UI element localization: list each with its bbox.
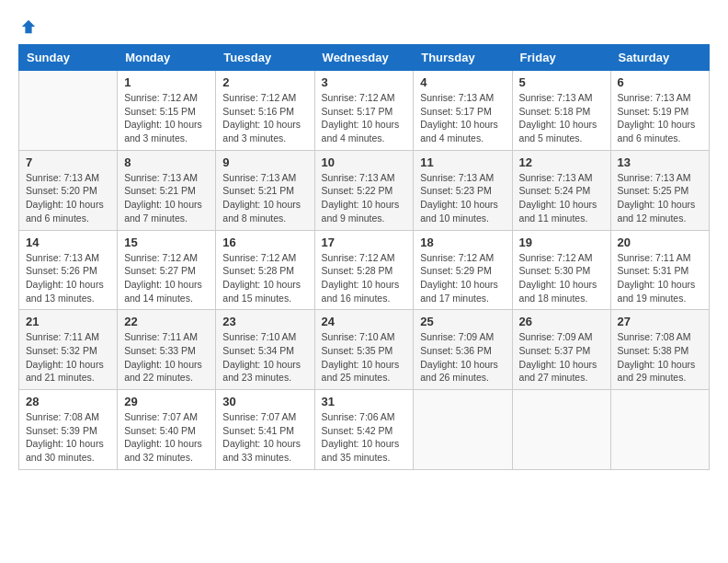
day-number: 14 <box>26 236 110 249</box>
calendar-cell <box>19 71 118 151</box>
day-number: 25 <box>420 315 505 328</box>
day-info: Sunrise: 7:12 AM Sunset: 5:16 PM Dayligh… <box>222 91 307 145</box>
day-number: 26 <box>519 315 604 328</box>
calendar-cell: 1Sunrise: 7:12 AM Sunset: 5:15 PM Daylig… <box>118 71 216 151</box>
day-number: 20 <box>618 236 702 249</box>
calendar-cell <box>512 390 610 470</box>
day-number: 17 <box>322 236 407 249</box>
day-number: 21 <box>26 315 110 328</box>
calendar-cell: 6Sunrise: 7:13 AM Sunset: 5:19 PM Daylig… <box>610 71 709 151</box>
day-info: Sunrise: 7:12 AM Sunset: 5:17 PM Dayligh… <box>322 91 407 145</box>
calendar-cell: 8Sunrise: 7:13 AM Sunset: 5:21 PM Daylig… <box>118 150 216 230</box>
day-info: Sunrise: 7:13 AM Sunset: 5:21 PM Dayligh… <box>124 171 209 225</box>
day-info: Sunrise: 7:13 AM Sunset: 5:24 PM Dayligh… <box>519 171 604 225</box>
calendar-cell: 28Sunrise: 7:08 AM Sunset: 5:39 PM Dayli… <box>19 390 118 470</box>
calendar-week-row: 7Sunrise: 7:13 AM Sunset: 5:20 PM Daylig… <box>19 150 710 230</box>
day-info: Sunrise: 7:09 AM Sunset: 5:37 PM Dayligh… <box>519 330 604 385</box>
calendar-cell: 5Sunrise: 7:13 AM Sunset: 5:18 PM Daylig… <box>512 71 610 151</box>
day-info: Sunrise: 7:13 AM Sunset: 5:18 PM Dayligh… <box>519 91 604 145</box>
calendar-cell: 15Sunrise: 7:12 AM Sunset: 5:27 PM Dayli… <box>118 230 216 310</box>
day-info: Sunrise: 7:10 AM Sunset: 5:35 PM Dayligh… <box>322 330 407 385</box>
day-info: Sunrise: 7:07 AM Sunset: 5:41 PM Dayligh… <box>222 410 307 465</box>
day-info: Sunrise: 7:13 AM Sunset: 5:17 PM Dayligh… <box>420 91 505 145</box>
day-info: Sunrise: 7:13 AM Sunset: 5:22 PM Dayligh… <box>322 171 407 225</box>
day-number: 9 <box>222 155 307 169</box>
day-info: Sunrise: 7:06 AM Sunset: 5:42 PM Dayligh… <box>322 410 407 465</box>
calendar-week-row: 1Sunrise: 7:12 AM Sunset: 5:15 PM Daylig… <box>19 71 710 151</box>
day-number: 18 <box>420 236 505 249</box>
day-number: 3 <box>322 75 407 89</box>
calendar-cell: 27Sunrise: 7:08 AM Sunset: 5:38 PM Dayli… <box>610 310 709 390</box>
calendar-cell: 2Sunrise: 7:12 AM Sunset: 5:16 PM Daylig… <box>216 71 314 151</box>
day-info: Sunrise: 7:13 AM Sunset: 5:20 PM Dayligh… <box>26 171 110 225</box>
day-info: Sunrise: 7:13 AM Sunset: 5:23 PM Dayligh… <box>420 171 505 225</box>
day-info: Sunrise: 7:11 AM Sunset: 5:33 PM Dayligh… <box>124 330 209 385</box>
day-number: 29 <box>124 395 209 408</box>
logo-icon <box>20 18 37 35</box>
day-number: 12 <box>519 155 604 169</box>
calendar-cell: 16Sunrise: 7:12 AM Sunset: 5:28 PM Dayli… <box>216 230 314 310</box>
day-number: 15 <box>124 236 209 249</box>
day-number: 28 <box>26 395 110 408</box>
header-tuesday: Tuesday <box>216 45 314 71</box>
day-info: Sunrise: 7:09 AM Sunset: 5:36 PM Dayligh… <box>420 330 505 385</box>
calendar-cell: 19Sunrise: 7:12 AM Sunset: 5:30 PM Dayli… <box>512 230 610 310</box>
calendar-cell: 10Sunrise: 7:13 AM Sunset: 5:22 PM Dayli… <box>314 150 414 230</box>
day-info: Sunrise: 7:12 AM Sunset: 5:15 PM Dayligh… <box>124 91 209 145</box>
header-monday: Monday <box>118 45 216 71</box>
day-info: Sunrise: 7:07 AM Sunset: 5:40 PM Dayligh… <box>124 410 209 465</box>
calendar-cell: 7Sunrise: 7:13 AM Sunset: 5:20 PM Daylig… <box>19 150 118 230</box>
calendar-cell: 17Sunrise: 7:12 AM Sunset: 5:28 PM Dayli… <box>314 230 414 310</box>
calendar-cell: 30Sunrise: 7:07 AM Sunset: 5:41 PM Dayli… <box>216 390 314 470</box>
calendar-week-row: 14Sunrise: 7:13 AM Sunset: 5:26 PM Dayli… <box>19 230 710 310</box>
day-number: 8 <box>124 155 209 169</box>
calendar-cell: 18Sunrise: 7:12 AM Sunset: 5:29 PM Dayli… <box>414 230 512 310</box>
day-info: Sunrise: 7:13 AM Sunset: 5:21 PM Dayligh… <box>222 171 307 225</box>
calendar-cell: 25Sunrise: 7:09 AM Sunset: 5:36 PM Dayli… <box>414 310 512 390</box>
calendar-header-row: SundayMondayTuesdayWednesdayThursdayFrid… <box>19 45 710 71</box>
day-number: 27 <box>618 315 702 328</box>
calendar-cell <box>414 390 512 470</box>
day-number: 7 <box>26 155 110 169</box>
day-number: 6 <box>618 75 702 89</box>
calendar-cell: 12Sunrise: 7:13 AM Sunset: 5:24 PM Dayli… <box>512 150 610 230</box>
header-wednesday: Wednesday <box>314 45 414 71</box>
calendar-cell <box>610 390 709 470</box>
day-info: Sunrise: 7:13 AM Sunset: 5:19 PM Dayligh… <box>618 91 702 145</box>
header-friday: Friday <box>512 45 610 71</box>
calendar-cell: 14Sunrise: 7:13 AM Sunset: 5:26 PM Dayli… <box>19 230 118 310</box>
header-sunday: Sunday <box>19 45 118 71</box>
calendar-cell: 23Sunrise: 7:10 AM Sunset: 5:34 PM Dayli… <box>216 310 314 390</box>
day-info: Sunrise: 7:11 AM Sunset: 5:31 PM Dayligh… <box>618 251 702 305</box>
day-number: 31 <box>322 395 407 408</box>
day-info: Sunrise: 7:12 AM Sunset: 5:28 PM Dayligh… <box>222 251 307 305</box>
day-number: 16 <box>222 236 307 249</box>
calendar-cell: 4Sunrise: 7:13 AM Sunset: 5:17 PM Daylig… <box>414 71 512 151</box>
day-number: 11 <box>420 155 505 169</box>
calendar-cell: 29Sunrise: 7:07 AM Sunset: 5:40 PM Dayli… <box>118 390 216 470</box>
calendar-cell: 9Sunrise: 7:13 AM Sunset: 5:21 PM Daylig… <box>216 150 314 230</box>
logo <box>18 18 37 35</box>
header-thursday: Thursday <box>414 45 512 71</box>
day-number: 10 <box>322 155 407 169</box>
day-number: 19 <box>519 236 604 249</box>
calendar-cell: 26Sunrise: 7:09 AM Sunset: 5:37 PM Dayli… <box>512 310 610 390</box>
day-number: 23 <box>222 315 307 328</box>
day-number: 5 <box>519 75 604 89</box>
calendar-cell: 21Sunrise: 7:11 AM Sunset: 5:32 PM Dayli… <box>19 310 118 390</box>
day-number: 1 <box>124 75 209 89</box>
calendar-week-row: 21Sunrise: 7:11 AM Sunset: 5:32 PM Dayli… <box>19 310 710 390</box>
day-number: 24 <box>322 315 407 328</box>
day-info: Sunrise: 7:12 AM Sunset: 5:27 PM Dayligh… <box>124 251 209 305</box>
day-info: Sunrise: 7:10 AM Sunset: 5:34 PM Dayligh… <box>222 330 307 385</box>
calendar-cell: 31Sunrise: 7:06 AM Sunset: 5:42 PM Dayli… <box>314 390 414 470</box>
day-info: Sunrise: 7:08 AM Sunset: 5:38 PM Dayligh… <box>618 330 702 385</box>
day-number: 30 <box>222 395 307 408</box>
day-number: 13 <box>618 155 702 169</box>
page-header <box>18 18 710 35</box>
day-number: 4 <box>420 75 505 89</box>
day-info: Sunrise: 7:13 AM Sunset: 5:26 PM Dayligh… <box>26 251 110 305</box>
day-number: 22 <box>124 315 209 328</box>
day-info: Sunrise: 7:12 AM Sunset: 5:29 PM Dayligh… <box>420 251 505 305</box>
calendar-cell: 11Sunrise: 7:13 AM Sunset: 5:23 PM Dayli… <box>414 150 512 230</box>
